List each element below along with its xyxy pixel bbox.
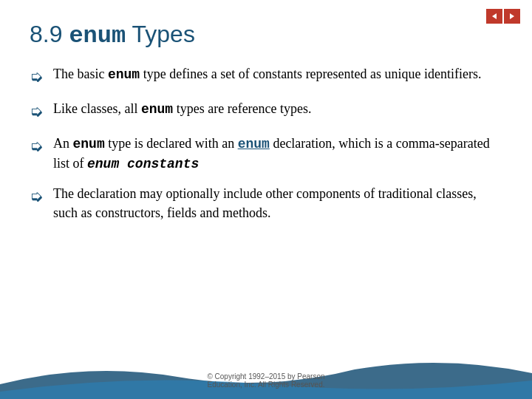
copyright-line1: © Copyright 1992–2015 by Pearson — [207, 372, 324, 381]
bullet-text: An enum type is declared with an enum de… — [53, 134, 502, 174]
bullet-text: Like classes, all enum types are referen… — [53, 99, 502, 119]
bullet-icon: ➭ — [30, 100, 43, 123]
svg-marker-1 — [510, 13, 514, 19]
bullet-text: The basic enum type defines a set of con… — [53, 64, 502, 84]
slide-title: 8.9 enum Types — [30, 21, 502, 50]
enum-keyword: enum — [141, 102, 173, 117]
slide: 8.9 enum Types ➭ The basic enum type def… — [0, 0, 532, 399]
list-item: ➭ The basic enum type defines a set of c… — [30, 64, 502, 89]
list-item: ➭ Like classes, all enum types are refer… — [30, 99, 502, 123]
list-item: ➭ The declaration may optionally include… — [30, 184, 502, 222]
enum-link: enum — [238, 137, 270, 151]
bullet-icon: ➭ — [30, 65, 43, 89]
bullet-icon: ➭ — [30, 185, 43, 208]
svg-marker-0 — [492, 13, 497, 19]
copyright-line2: Education, Inc. All Rights Reserved. — [208, 381, 325, 389]
slide-header: 8.9 enum Types — [0, 0, 532, 57]
next-button[interactable] — [504, 9, 520, 24]
slide-content: ➭ The basic enum type defines a set of c… — [0, 57, 532, 399]
enum-keyword: enum — [108, 67, 140, 82]
title-prefix: 8.9 — [30, 21, 69, 47]
title-suffix: Types — [126, 21, 195, 47]
enum-keyword: enum — [73, 137, 105, 151]
enum-constants: enum constants — [87, 157, 199, 171]
title-keyword: enum — [69, 22, 126, 50]
bullet-text: The declaration may optionally include o… — [53, 184, 502, 222]
bullet-icon: ➭ — [30, 134, 43, 158]
copyright: © Copyright 1992–2015 by Pearson Educati… — [207, 372, 324, 389]
prev-button[interactable] — [486, 9, 502, 24]
list-item: ➭ An enum type is declared with an enum … — [30, 134, 502, 174]
nav-buttons — [486, 9, 520, 24]
bullet-list: ➭ The basic enum type defines a set of c… — [30, 64, 502, 222]
